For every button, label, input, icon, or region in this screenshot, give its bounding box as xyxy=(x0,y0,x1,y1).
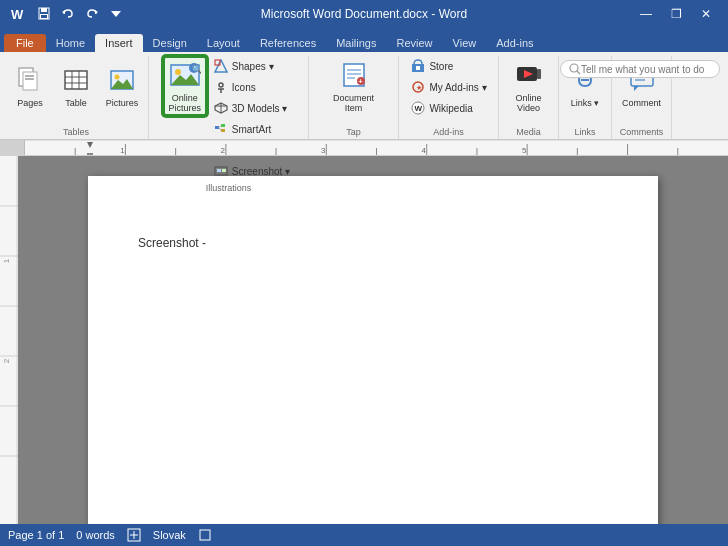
screenshot-annotation-text: Screenshot - xyxy=(138,236,206,250)
undo-button[interactable] xyxy=(58,4,78,24)
svg-rect-44 xyxy=(217,169,221,172)
doc-view-icon xyxy=(198,528,212,542)
ruler-marks: 1 2 3 4 5 xyxy=(25,140,728,156)
screenshot-button[interactable]: Screenshot ▾ xyxy=(209,161,294,181)
illustrations-group-label: Illustrations xyxy=(153,181,304,195)
ruler: 1 2 3 4 5 xyxy=(0,140,728,156)
ribbon-group-addins: Store ★ My Add-ins ▾ W xyxy=(399,56,499,139)
document-content: Screenshot - xyxy=(88,176,658,310)
svg-text:1: 1 xyxy=(120,146,125,155)
pictures-button[interactable]: Pictures xyxy=(100,56,144,116)
redo-button[interactable] xyxy=(82,4,102,24)
pages-button[interactable]: Pages xyxy=(8,56,52,116)
svg-line-67 xyxy=(577,71,580,74)
svg-text:2: 2 xyxy=(2,358,11,363)
screenshot-label: Screenshot ▾ xyxy=(232,166,290,177)
shapes-label: Shapes ▾ xyxy=(232,61,274,72)
store-icon xyxy=(410,58,426,74)
illustrations-small-buttons: Shapes ▾ Icons xyxy=(209,56,294,181)
svg-text:3: 3 xyxy=(321,146,326,155)
svg-rect-5 xyxy=(41,15,47,18)
online-pictures-button[interactable]: 🔍 OnlinePictures xyxy=(163,56,207,116)
smartart-button[interactable]: SmartArt xyxy=(209,119,294,139)
pictures-label: Pictures xyxy=(106,98,139,108)
ribbon-search-box[interactable] xyxy=(560,60,720,78)
tab-view[interactable]: View xyxy=(443,34,487,52)
tap-items: + DocumentItem xyxy=(332,56,376,125)
search-icon xyxy=(569,63,581,75)
svg-marker-87 xyxy=(87,142,93,148)
svg-rect-10 xyxy=(23,72,37,90)
tab-design[interactable]: Design xyxy=(143,34,197,52)
tab-insert[interactable]: Insert xyxy=(95,34,143,52)
status-bar: Page 1 of 1 0 words Slovak xyxy=(0,524,728,546)
close-button[interactable]: ✕ xyxy=(692,4,720,24)
svg-rect-102 xyxy=(200,530,210,540)
store-button[interactable]: Store xyxy=(406,56,490,76)
table-button[interactable]: Table xyxy=(54,56,98,116)
wikipedia-label: Wikipedia xyxy=(429,103,472,114)
links-label: Links ▾ xyxy=(571,98,600,108)
3d-models-button[interactable]: 3D Models ▾ xyxy=(209,98,294,118)
ribbon-group-illustrations: 🔍 OnlinePictures Shapes ▾ xyxy=(149,56,309,139)
online-video-button[interactable]: OnlineVideo xyxy=(507,56,551,116)
window-title: Microsoft Word Document.docx - Word xyxy=(261,7,467,21)
svg-marker-8 xyxy=(111,11,121,17)
restore-button[interactable]: ❒ xyxy=(662,4,690,24)
tab-layout[interactable]: Layout xyxy=(197,34,250,52)
save-button[interactable] xyxy=(34,4,54,24)
document-scroll-area[interactable]: Screenshot - xyxy=(18,156,728,524)
3d-models-icon xyxy=(213,100,229,116)
svg-point-28 xyxy=(219,83,223,87)
tap-group-label: Tap xyxy=(313,125,394,139)
language: Slovak xyxy=(153,529,186,541)
svg-marker-65 xyxy=(634,86,639,91)
document-item-button[interactable]: + DocumentItem xyxy=(332,56,376,116)
search-input[interactable] xyxy=(581,64,711,75)
ruler-corner xyxy=(0,140,25,155)
store-label: Store xyxy=(429,61,453,72)
svg-text:🔍: 🔍 xyxy=(192,64,201,74)
svg-text:4: 4 xyxy=(421,146,426,155)
svg-rect-89 xyxy=(0,156,18,524)
online-video-label: OnlineVideo xyxy=(515,93,541,113)
my-addins-button[interactable]: ★ My Add-ins ▾ xyxy=(406,77,490,97)
tab-addins[interactable]: Add-ins xyxy=(486,34,543,52)
svg-rect-36 xyxy=(221,129,225,132)
table-icon xyxy=(60,64,92,96)
ribbon-group-tables: Pages Table xyxy=(4,56,149,139)
svg-text:W: W xyxy=(11,7,24,22)
svg-rect-3 xyxy=(41,8,47,12)
shapes-button[interactable]: Shapes ▾ xyxy=(209,56,294,76)
tab-review[interactable]: Review xyxy=(387,34,443,52)
pictures-icon xyxy=(106,64,138,96)
comment-label: Comment xyxy=(622,98,661,108)
customize-quick-access-button[interactable] xyxy=(106,4,126,24)
tab-references[interactable]: References xyxy=(250,34,326,52)
tab-home[interactable]: Home xyxy=(46,34,95,52)
tab-mailings[interactable]: Mailings xyxy=(326,34,386,52)
icons-button[interactable]: Icons xyxy=(209,77,294,97)
ribbon-group-media: OnlineVideo Media xyxy=(499,56,559,139)
status-left: Page 1 of 1 0 words Slovak xyxy=(8,528,212,542)
smartart-label: SmartArt xyxy=(232,124,271,135)
tab-file[interactable]: File xyxy=(4,34,46,52)
addins-group-label: Add-ins xyxy=(403,125,494,139)
table-label: Table xyxy=(65,98,87,108)
wikipedia-icon: W xyxy=(410,100,426,116)
svg-rect-45 xyxy=(222,169,226,172)
illustrations-items: 🔍 OnlinePictures Shapes ▾ xyxy=(163,56,294,181)
window-controls: — ❒ ✕ xyxy=(632,4,720,24)
online-video-icon xyxy=(513,59,545,91)
minimize-button[interactable]: — xyxy=(632,4,660,24)
title-bar: W Microsoft Word Document.docx - Word — … xyxy=(0,0,728,28)
edit-indicator-icon xyxy=(127,528,141,542)
svg-text:2: 2 xyxy=(221,146,226,155)
document-page[interactable]: Screenshot - xyxy=(88,176,658,524)
svg-line-37 xyxy=(219,126,221,128)
wikipedia-button[interactable]: W Wikipedia xyxy=(406,98,490,118)
pages-label: Pages xyxy=(17,98,43,108)
online-pictures-icon: 🔍 xyxy=(169,59,201,91)
3d-models-label: 3D Models ▾ xyxy=(232,103,288,114)
quick-access-toolbar: W xyxy=(8,4,126,24)
